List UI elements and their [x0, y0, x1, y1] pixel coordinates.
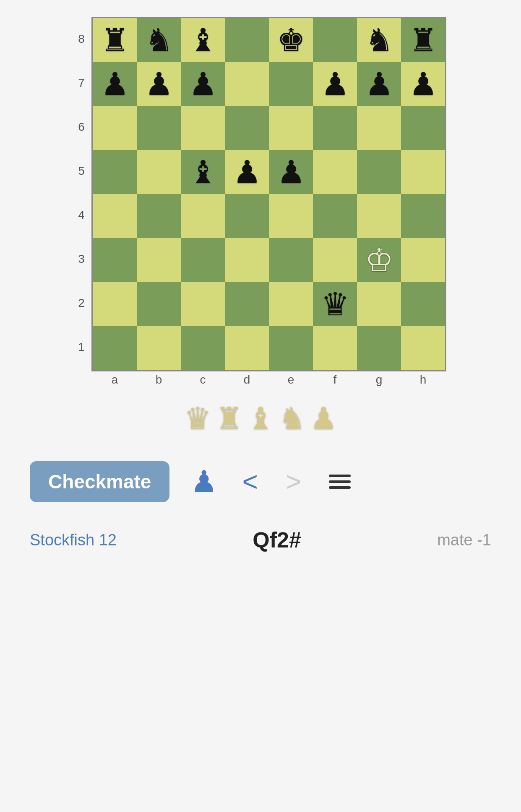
cell-e2[interactable] — [269, 282, 313, 326]
cell-b4[interactable] — [137, 194, 181, 238]
cell-g8[interactable]: ♞ — [357, 18, 401, 62]
engine-label: Stockfish 12 — [30, 531, 117, 549]
piece-black-B-c5: ♝ — [189, 156, 217, 188]
cell-d6[interactable] — [225, 106, 269, 150]
cell-f6[interactable] — [313, 106, 357, 150]
file-label-c: c — [181, 371, 225, 388]
cell-e4[interactable] — [269, 194, 313, 238]
rank-labels: 8 7 6 5 4 3 2 1 — [75, 17, 91, 369]
rank-label-6: 6 — [75, 105, 88, 149]
cell-b6[interactable] — [137, 106, 181, 150]
piece-black-R-a8: ♜ — [101, 24, 129, 56]
cell-b2[interactable] — [137, 282, 181, 326]
rank-label-7: 7 — [75, 61, 88, 105]
cell-f7[interactable]: ♟ — [313, 62, 357, 106]
piece-black-Q-f2: ♛ — [321, 288, 349, 320]
cell-g7[interactable]: ♟ — [357, 62, 401, 106]
cell-c1[interactable] — [181, 326, 225, 370]
cell-h1[interactable] — [401, 326, 445, 370]
cell-d2[interactable] — [225, 282, 269, 326]
cell-f1[interactable] — [313, 326, 357, 370]
cell-h2[interactable] — [401, 282, 445, 326]
cell-a8[interactable]: ♜ — [93, 18, 137, 62]
cell-f2[interactable]: ♛ — [313, 282, 357, 326]
captured-pawn: ♟ — [310, 401, 337, 436]
cell-e8[interactable]: ♚ — [269, 18, 313, 62]
cell-f4[interactable] — [313, 194, 357, 238]
cell-g2[interactable] — [357, 282, 401, 326]
cell-d3[interactable] — [225, 238, 269, 282]
piece-black-P-e5: ♟ — [277, 156, 305, 188]
cell-g4[interactable] — [357, 194, 401, 238]
cell-h8[interactable]: ♜ — [401, 18, 445, 62]
cell-g3[interactable]: ♔ — [357, 238, 401, 282]
captured-bishop: ♝ — [247, 401, 274, 436]
cell-b7[interactable]: ♟ — [137, 62, 181, 106]
cell-d1[interactable] — [225, 326, 269, 370]
cell-a7[interactable]: ♟ — [93, 62, 137, 106]
cell-e7[interactable] — [269, 62, 313, 106]
cell-b1[interactable] — [137, 326, 181, 370]
cell-f5[interactable] — [313, 150, 357, 194]
cell-f8[interactable] — [313, 18, 357, 62]
piece-black-P-h7: ♟ — [409, 68, 438, 100]
cell-d5[interactable]: ♟ — [225, 150, 269, 194]
move-label: Qf2# — [253, 527, 301, 553]
mate-label: mate -1 — [437, 531, 491, 549]
captured-knight: ♞ — [279, 401, 306, 436]
menu-line-1 — [329, 475, 351, 477]
cell-e1[interactable] — [269, 326, 313, 370]
cell-c7[interactable]: ♟ — [181, 62, 225, 106]
cell-f3[interactable] — [313, 238, 357, 282]
piece-white-K-g3: ♔ — [365, 244, 393, 276]
cell-a5[interactable] — [93, 150, 137, 194]
cell-c6[interactable] — [181, 106, 225, 150]
cell-h5[interactable] — [401, 150, 445, 194]
menu-line-3 — [329, 486, 351, 489]
cell-c2[interactable] — [181, 282, 225, 326]
footer: Stockfish 12 Qf2# mate -1 — [30, 527, 491, 553]
cell-d8[interactable] — [225, 18, 269, 62]
piece-black-N-b8: ♞ — [145, 24, 173, 56]
cell-h7[interactable]: ♟ — [401, 62, 445, 106]
cell-h6[interactable] — [401, 106, 445, 150]
cell-b3[interactable] — [137, 238, 181, 282]
cell-a3[interactable] — [93, 238, 137, 282]
cell-e6[interactable] — [269, 106, 313, 150]
rank-label-8: 8 — [75, 17, 88, 61]
cell-c5[interactable]: ♝ — [181, 150, 225, 194]
file-label-g: g — [357, 371, 401, 388]
prev-button[interactable]: < — [239, 468, 261, 495]
cell-c8[interactable]: ♝ — [181, 18, 225, 62]
cell-e3[interactable] — [269, 238, 313, 282]
piece-black-P-c7: ♟ — [189, 68, 217, 100]
cell-a4[interactable] — [93, 194, 137, 238]
piece-black-P-g7: ♟ — [365, 68, 393, 100]
cell-b5[interactable] — [137, 150, 181, 194]
chess-board[interactable]: ♜♞♝♚♞♜♟♟♟♟♟♟♝♟♟♔♛ — [91, 17, 446, 371]
cell-c4[interactable] — [181, 194, 225, 238]
cell-a6[interactable] — [93, 106, 137, 150]
cell-g6[interactable] — [357, 106, 401, 150]
menu-button[interactable] — [326, 471, 354, 492]
cell-g1[interactable] — [357, 326, 401, 370]
cell-g5[interactable] — [357, 150, 401, 194]
cell-a2[interactable] — [93, 282, 137, 326]
cell-h3[interactable] — [401, 238, 445, 282]
player-pawn-icon[interactable]: ♟ — [190, 464, 218, 499]
cell-a1[interactable] — [93, 326, 137, 370]
file-label-f: f — [313, 371, 357, 388]
cell-d7[interactable] — [225, 62, 269, 106]
next-button: > — [282, 468, 305, 495]
rank-label-4: 4 — [75, 193, 88, 237]
cell-c3[interactable] — [181, 238, 225, 282]
toolbar: Checkmate ♟ < > — [30, 461, 491, 502]
cell-e5[interactable]: ♟ — [269, 150, 313, 194]
cell-h4[interactable] — [401, 194, 445, 238]
checkmate-button[interactable]: Checkmate — [30, 461, 169, 502]
cell-b8[interactable]: ♞ — [137, 18, 181, 62]
piece-black-N-g8: ♞ — [365, 24, 393, 56]
file-labels: a b c d e f g h — [93, 371, 445, 388]
piece-black-K-e8: ♚ — [277, 24, 305, 56]
cell-d4[interactable] — [225, 194, 269, 238]
